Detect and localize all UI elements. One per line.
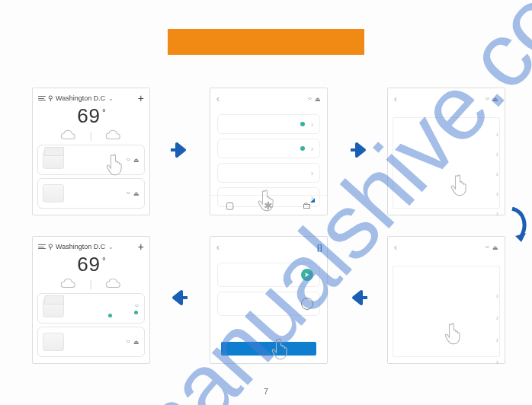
lock-icon: ⏏ <box>133 339 139 346</box>
device-card[interactable]: ⌔ ⏏ <box>37 145 145 175</box>
screen-detail-bottom: ‹ ⌔ ⏏ › › › › <box>387 236 505 364</box>
chevron-right-icon: › <box>311 120 313 129</box>
device-card[interactable]: ⌔ ⏏ <box>37 178 145 209</box>
menu-icon[interactable] <box>38 95 46 102</box>
lock-icon: ⏏ <box>492 244 498 251</box>
pin-icon: ⚲ <box>48 94 53 102</box>
temperature-value: 69° <box>33 104 149 128</box>
unselected-circle-icon <box>301 298 313 310</box>
chevron-right-icon[interactable]: › <box>496 190 498 198</box>
lock-icon: ⏏ <box>133 190 139 197</box>
wifi-icon: ⌔ <box>135 303 139 310</box>
wifi-icon: ⌔ <box>127 339 130 346</box>
selected-check-icon: ➤ <box>301 269 313 281</box>
chevron-down-icon: ⌄ <box>108 95 114 102</box>
location-label[interactable]: Washington D.C <box>56 94 105 102</box>
wifi-icon: ⌔ <box>486 96 489 103</box>
cloud-icon <box>59 129 78 142</box>
cloud-icon <box>104 129 123 142</box>
menu-icon[interactable] <box>38 244 46 250</box>
chevron-right-icon[interactable]: › <box>496 292 498 300</box>
tap-hand-icon <box>443 320 469 346</box>
arrow-right-icon <box>169 142 189 158</box>
option-list: › › › › <box>496 292 498 366</box>
chevron-right-icon[interactable]: › <box>496 314 498 322</box>
back-button[interactable]: ‹ <box>394 242 397 253</box>
screen-select-device: ‹ ⁅ ⁆ ➤ <box>210 236 328 364</box>
lock-icon: ⏏ <box>133 157 139 164</box>
add-button[interactable]: + <box>138 92 144 104</box>
tab-folder-icon[interactable]: 🗀 <box>303 200 312 211</box>
status-dot-icon <box>108 314 112 317</box>
arrow-curve-down-icon <box>508 207 530 245</box>
back-button[interactable]: ‹ <box>216 94 220 104</box>
list-item[interactable]: › <box>217 114 320 134</box>
chevron-right-icon[interactable]: › <box>496 170 498 178</box>
wifi-icon: ⌔ <box>486 244 489 251</box>
tap-hand-icon <box>270 336 296 362</box>
wifi-icon: ⌔ <box>127 190 130 197</box>
screen-home-top: ⚲ Washington D.C ⌄ + 69° │ ⌔ ⏏ ⌔ ⏏ <box>32 88 150 215</box>
device-thumb-icon <box>43 184 64 202</box>
select-item[interactable] <box>217 292 320 316</box>
weather-row: │ <box>33 278 149 290</box>
back-button[interactable]: ‹ <box>394 94 397 104</box>
select-item[interactable]: ➤ <box>217 263 320 287</box>
chevron-right-icon[interactable]: › <box>496 336 498 344</box>
chevron-right-icon: › <box>311 169 313 177</box>
chevron-right-icon[interactable]: › <box>496 209 498 218</box>
add-button[interactable]: + <box>138 241 144 253</box>
weather-row: │ <box>33 129 149 142</box>
tab-history-icon[interactable]: ▢ <box>226 200 234 211</box>
device-card[interactable]: ⌔ <box>37 293 145 324</box>
list-item[interactable]: › <box>217 139 320 158</box>
cloud-icon <box>104 278 123 290</box>
tap-hand-icon <box>104 151 130 177</box>
expand-icon[interactable]: ⁅ ⁆ <box>317 244 321 252</box>
wifi-icon: ⌔ <box>308 96 312 103</box>
device-thumb-icon <box>43 151 64 169</box>
tap-hand-icon <box>256 187 282 213</box>
tap-hand-icon <box>449 172 475 198</box>
chevron-right-icon[interactable]: › <box>496 150 498 158</box>
confirm-button[interactable] <box>221 342 316 356</box>
chevron-right-icon: › <box>311 145 313 153</box>
pin-icon: ⚲ <box>48 243 53 250</box>
screen-home-bottom: ⚲ Washington D.C ⌄ + 69° │ ⌔ ⌔ ⏏ <box>32 236 150 364</box>
location-label[interactable]: Washington D.C <box>56 243 105 250</box>
page-number: 7 <box>0 387 532 396</box>
device-thumb-icon <box>43 299 64 317</box>
chevron-right-icon[interactable]: › <box>496 130 498 139</box>
lock-icon: ⏏ <box>315 96 321 103</box>
screen-device-list: ‹ ⌔ ⏏ › › › › ▢ ✱ 🗀 <box>210 88 328 215</box>
device-card[interactable]: ⌔ ⏏ <box>37 327 145 357</box>
arrow-right-icon <box>349 142 369 158</box>
chevron-down-icon: ⌄ <box>108 244 114 250</box>
lock-icon: ⏏ <box>492 96 498 103</box>
device-thumb-icon <box>43 333 64 351</box>
status-dot-icon <box>134 311 138 314</box>
content-area <box>393 117 500 209</box>
option-list: › › › › › <box>496 130 498 218</box>
arrow-left-icon <box>349 289 369 306</box>
section-header-bar <box>168 29 364 55</box>
back-button[interactable]: ‹ <box>216 242 220 253</box>
list-item[interactable]: › <box>217 163 320 183</box>
arrow-left-icon <box>169 289 189 306</box>
temperature-value: 69° <box>33 253 149 276</box>
chevron-right-icon[interactable]: › <box>496 358 498 366</box>
cloud-icon <box>59 278 78 290</box>
screen-detail-top: ‹ ⌔ ⏏ › › › › › <box>387 88 505 215</box>
